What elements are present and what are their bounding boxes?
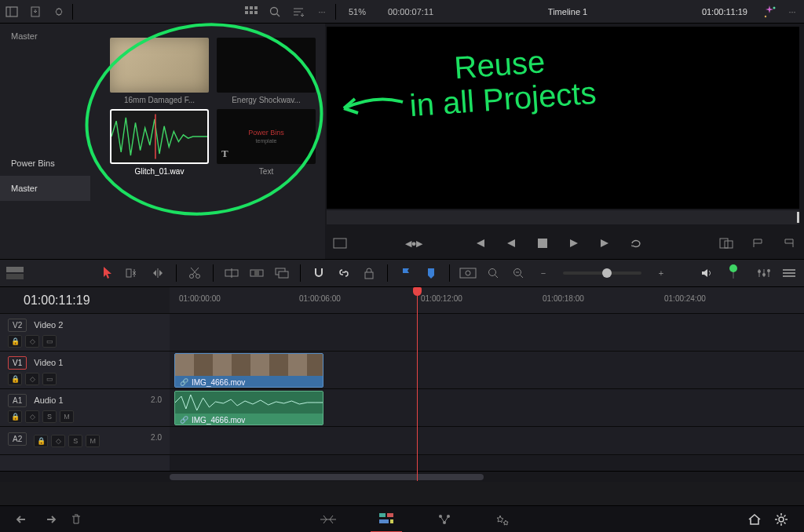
solo-icon[interactable]: S [42,410,57,423]
timeline-video-clip[interactable]: 🔗IMG_4666.mov [174,353,323,388]
home-icon[interactable] [741,506,768,533]
zoom-in-icon[interactable]: + [651,263,671,283]
overwrite-icon[interactable] [247,263,267,283]
zoom-custom-icon[interactable] [508,263,528,283]
dim-icon[interactable] [722,263,742,283]
marker-icon[interactable] [421,263,441,283]
page-fairlight-icon[interactable] [487,506,518,533]
track-enable-icon[interactable]: ▭ [42,373,57,385]
auto-select-icon[interactable]: ◇ [25,410,39,423]
flag-icon[interactable] [396,263,416,283]
replace-icon[interactable] [272,263,292,283]
search-icon[interactable] [263,0,287,24]
track-header-v1[interactable]: V1 Video 1 🔒 ◇ ▭ [0,352,170,389]
track-id[interactable]: A1 [8,394,27,407]
track-name[interactable]: Video 1 [34,358,63,367]
scrollbar-thumb[interactable] [170,474,484,480]
timeline-scrollbar[interactable] [0,471,804,482]
auto-select-icon[interactable]: ◇ [51,435,65,447]
import-icon[interactable] [24,0,47,24]
record-timecode[interactable]: 01:00:11:19 [691,7,758,16]
mute-icon[interactable]: M [60,410,74,423]
effects-sparkle-icon[interactable] [758,1,780,23]
mark-in-icon[interactable] [747,233,768,253]
lane-v2[interactable] [170,314,804,352]
lock-icon[interactable] [359,263,379,283]
zoom-full-icon[interactable] [458,263,478,283]
timeline-view-icon[interactable] [5,263,25,283]
blade-tool-icon[interactable] [185,263,205,283]
sort-icon[interactable] [287,0,310,24]
viewer-more-icon[interactable]: ··· [780,0,804,24]
dynamic-trim-icon[interactable] [148,263,168,283]
playhead-timecode[interactable]: 01:00:11:19 [0,287,170,313]
page-fusion-icon[interactable] [429,506,460,533]
clip-film[interactable]: 16mm Damaged F... [110,38,209,104]
clip-glitch-audio[interactable]: Glitch_01.wav [110,109,209,176]
next-clip-icon[interactable] [595,233,616,253]
play-reverse-icon[interactable] [501,233,521,253]
redo-icon[interactable] [36,506,63,533]
mute-icon[interactable] [696,263,717,283]
lock-track-icon[interactable]: 🔒 [34,435,48,447]
view-thumbnails-icon[interactable] [239,0,263,24]
clip-energy[interactable]: Energy Shockwav... [217,38,316,104]
source-timecode[interactable]: 00:00:07:11 [377,7,444,16]
safe-area-icon[interactable] [330,233,350,253]
first-frame-icon[interactable]: ◀●▶ [404,233,424,253]
track-id[interactable]: A2 [8,432,27,446]
page-cut-icon[interactable] [312,506,344,533]
timeline-menu-icon[interactable] [779,263,799,283]
sidebar-master[interactable]: Master [0,24,90,49]
selection-tool-icon[interactable] [97,263,118,283]
panel-toggle-icon[interactable] [0,0,24,24]
trim-tool-icon[interactable] [122,263,143,283]
sidebar-powerbins-master[interactable]: Master [0,176,90,201]
mixer-icon[interactable] [754,263,774,283]
sync-icon[interactable] [47,0,71,24]
track-id[interactable]: V1 [8,356,27,370]
link-icon[interactable] [334,263,354,283]
lock-track-icon[interactable]: 🔒 [8,410,22,423]
track-header-v2[interactable]: V2 Video 2 🔒 ◇ ▭ [0,314,170,352]
stop-icon[interactable] [532,233,553,253]
track-enable-icon[interactable]: ▭ [42,335,57,348]
track-header-a1[interactable]: A1 Audio 1 2.0 🔒 ◇ S M [0,389,170,427]
match-frame-icon[interactable] [716,233,736,253]
link-icon: 🔗 [180,416,188,424]
undo-icon[interactable] [9,506,36,533]
delete-icon[interactable] [63,506,90,533]
zoom-slider[interactable] [563,271,641,275]
timeline-title[interactable]: Timeline 1 [444,7,691,16]
zoom-out-icon[interactable]: − [533,263,554,283]
viewer-canvas[interactable] [327,27,799,209]
settings-icon[interactable] [768,506,795,533]
auto-select-icon[interactable]: ◇ [25,335,39,348]
lock-track-icon[interactable]: 🔒 [8,335,22,348]
viewer-scrubber[interactable] [327,210,799,224]
mark-out-icon[interactable] [779,233,799,253]
page-edit-icon[interactable] [371,506,402,533]
mute-icon[interactable]: M [86,435,100,447]
track-name[interactable]: Audio 1 [34,395,63,405]
track-name[interactable]: Video 2 [34,320,63,330]
more-icon[interactable]: ··· [310,0,334,24]
clip-text[interactable]: Power Bins template T Text [217,109,316,176]
auto-select-icon[interactable]: ◇ [25,373,39,385]
track-header-a2[interactable]: A2 2.0 🔒 ◇ S M [0,427,170,455]
lane-a2[interactable] [170,427,804,455]
playhead[interactable] [417,287,418,481]
prev-clip-icon[interactable] [470,233,490,253]
solo-icon[interactable]: S [68,435,82,447]
loop-icon[interactable] [627,233,647,253]
lock-track-icon[interactable]: 🔒 [8,373,22,385]
play-icon[interactable] [564,233,584,253]
track-lanes[interactable]: 🔗IMG_4666.mov 🔗IMG_4666.mov [170,314,804,471]
snap-icon[interactable] [309,263,329,283]
timeline-audio-clip[interactable]: 🔗IMG_4666.mov [174,391,323,425]
viewer-zoom[interactable]: 51% [338,7,377,16]
zoom-detail-icon[interactable] [483,263,503,283]
timeline-ruler[interactable]: 01:00:00:00 01:00:06:00 01:00:12:00 01:0… [170,287,804,313]
insert-icon[interactable] [221,263,242,283]
track-id[interactable]: V2 [8,319,27,332]
